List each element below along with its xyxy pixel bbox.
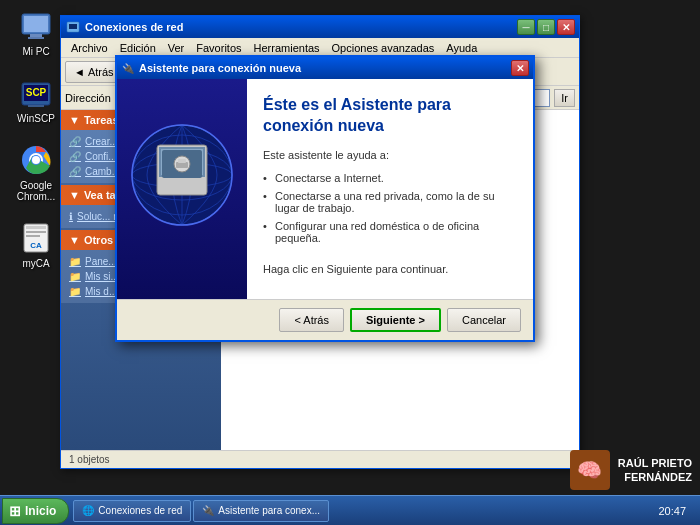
dialog-description: Este asistente le ayuda a: [263,149,517,161]
back-button[interactable]: < Atrás [279,308,344,332]
dialog-close-button[interactable]: ✕ [511,60,529,76]
dialog-bullets-list: Conectarse a Internet. Conectarse a una … [263,169,517,247]
dialog-titlebar: 🔌 Asistente para conexión nueva ✕ [117,57,533,79]
dialog-heading: Éste es el Asistente para conexión nueva [263,95,517,137]
dialog-right-panel: Éste es el Asistente para conexión nueva… [247,79,533,299]
dialog-buttons: < Atrás Siguiente > Cancelar [117,299,533,340]
cancel-button[interactable]: Cancelar [447,308,521,332]
dialog-hint: Haga clic en Siguiente para continuar. [263,263,517,275]
dialog-left-panel [117,79,247,299]
dialog-content: Éste es el Asistente para conexión nueva… [117,79,533,299]
list-item: Conectarse a una red privada, como la de… [263,187,517,217]
dialog-window-controls: ✕ [511,60,529,76]
next-button[interactable]: Siguiente > [350,308,441,332]
dialog-title: Asistente para conexión nueva [139,62,507,74]
new-connection-wizard-dialog: 🔌 Asistente para conexión nueva ✕ [115,55,535,342]
dialog-icon: 🔌 [121,61,135,75]
globe-illustration [127,95,237,255]
list-item: Conectarse a Internet. [263,169,517,187]
svg-rect-31 [178,159,186,163]
dialog-overlay: 🔌 Asistente para conexión nueva ✕ [0,0,700,525]
desktop: Mi PC SCP WinSCP [0,0,700,525]
list-item: Configurar una red doméstica o de oficin… [263,217,517,247]
